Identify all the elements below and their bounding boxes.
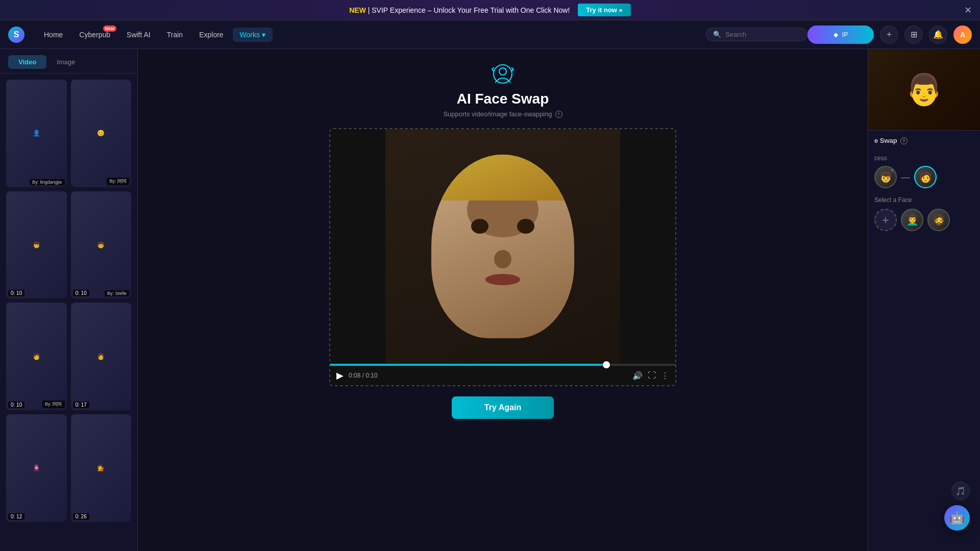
nav-item-swift-ai[interactable]: Swift AI	[119, 28, 158, 42]
logo[interactable]: S	[8, 27, 24, 43]
process-label: cess	[874, 155, 974, 162]
thumbnail-duration: 0: 12	[8, 513, 24, 520]
thumbnail-item[interactable]: 🧒 0: 10 By: Stelle	[71, 191, 132, 299]
nav-item-home[interactable]: Home	[37, 28, 70, 42]
user-avatar-btn[interactable]: A	[953, 26, 972, 44]
volume-btn[interactable]: 🔊	[632, 371, 643, 381]
thumbnail-duration: 0: 10	[73, 290, 89, 296]
video-preview	[330, 129, 675, 364]
tool-subtitle: Supports video/image face-swapping ?	[443, 110, 562, 118]
subtitle-text: Supports video/image face-swapping	[443, 110, 552, 118]
face-swap-icon	[490, 61, 516, 87]
nav-item-explore[interactable]: Explore	[192, 28, 230, 42]
thumbnail-item[interactable]: 💁 0: 26	[71, 414, 132, 522]
tab-video[interactable]: Video	[8, 55, 46, 69]
tool-title: AI Face Swap	[457, 91, 549, 107]
notification-icon-btn[interactable]: 🔔	[929, 26, 947, 44]
fullscreen-btn[interactable]: ⛶	[648, 371, 656, 380]
nav-item-train[interactable]: Train	[160, 28, 190, 42]
thumbnail-img: 🧕	[6, 414, 67, 522]
nav-item-cyberpub[interactable]: Cyberpub New	[72, 28, 117, 42]
panel-info-icon[interactable]: ?	[900, 137, 908, 144]
video-progress-thumb[interactable]	[603, 361, 610, 368]
center-content: AI Face Swap Supports video/image face-s…	[138, 49, 868, 551]
add-icon-btn[interactable]: ＋	[880, 26, 898, 44]
works-label: Works	[240, 31, 260, 39]
thumbnail-img: 👦	[6, 191, 67, 299]
navbar: S Home Cyberpub New Swift AI Train Explo…	[0, 20, 980, 49]
thumbnail-duration: 0: 26	[73, 513, 89, 520]
tab-image[interactable]: Image	[46, 55, 85, 69]
banner-new-tag: NEW	[349, 6, 366, 14]
info-icon[interactable]: ?	[555, 111, 562, 118]
new-badge: New	[103, 26, 117, 32]
ip-icon: ◆	[834, 31, 838, 38]
add-face-btn[interactable]: ＋	[874, 209, 897, 231]
thumbnail-img: 😊	[71, 80, 132, 187]
search-input[interactable]	[725, 31, 797, 38]
extensions-icon-btn[interactable]: ◆ IP	[807, 26, 874, 44]
source-face-chip[interactable]: 👦 ✕	[874, 166, 897, 188]
face-options: ＋ 👨‍🦱 🧔	[874, 209, 974, 231]
video-controls-bar: ▶ 0:08 / 0:10 🔊 ⛶ ⋮	[330, 366, 675, 385]
thumbnail-duration: 0: 17	[73, 402, 89, 408]
panel-header: e Swap ?	[874, 137, 974, 151]
search-bar[interactable]: 🔍	[705, 28, 807, 41]
thumbnail-item[interactable]: 👩 0: 17	[71, 303, 132, 410]
face-option-1[interactable]: 👨‍🦱	[901, 209, 923, 231]
video-progress-fill	[330, 364, 606, 366]
source-faces: 👦 ✕ — 🧑	[874, 166, 974, 188]
thumbnail-item[interactable]: 😊 By: 阿阿	[71, 80, 132, 187]
sidebar: Video Image 👤 By: lingdangjie 😊 By: 阿阿 👦…	[0, 49, 138, 551]
arrow-separator: —	[901, 172, 910, 183]
thumbnail-img: 🧒	[71, 191, 132, 299]
panel-title: e Swap ?	[874, 137, 908, 144]
select-face-label: Select a Face	[874, 196, 974, 204]
grid-icon-btn[interactable]: ⊞	[904, 26, 923, 44]
promotion-banner: NEW | SVIP Experience – Unlock Your Free…	[0, 0, 980, 20]
remove-face-icon[interactable]: ✕	[890, 166, 897, 173]
nav-item-works[interactable]: Works ▾	[233, 28, 273, 42]
thumbnail-author: By: Stelle	[105, 290, 129, 296]
thumbnail-item[interactable]: 👤 By: lingdangjie	[6, 80, 67, 187]
face-option-2[interactable]: 🧔	[927, 209, 950, 231]
source-video-preview: 👨	[868, 49, 980, 131]
try-again-btn[interactable]: Try Again	[452, 396, 554, 419]
play-btn[interactable]: ▶	[336, 370, 344, 381]
thumbnail-author: By: lingdangjie	[30, 179, 65, 185]
main-layout: Video Image 👤 By: lingdangjie 😊 By: 阿阿 👦…	[0, 49, 980, 551]
svg-point-1	[499, 68, 506, 75]
search-icon: 🔍	[713, 31, 721, 38]
banner-try-btn[interactable]: Try it now »	[578, 4, 631, 16]
thumbnail-item[interactable]: 👦 0: 10	[6, 191, 67, 299]
thumbnail-img: 👤	[6, 80, 67, 187]
thumbnail-item[interactable]: 🧑 0: 10 By: 阿阿	[6, 303, 67, 410]
right-panel: 👨 e Swap ? cess 👦 ✕ — 🧑	[868, 49, 980, 551]
nav-items: Home Cyberpub New Swift AI Train Explore…	[37, 28, 699, 42]
audio-icon-btn[interactable]: 🎵	[951, 482, 970, 500]
works-chevron-icon: ▾	[262, 31, 265, 39]
thumbnail-author: By: 阿阿	[107, 178, 129, 185]
target-face-chip[interactable]: 🧑	[914, 166, 937, 188]
video-container: ▶ 0:08 / 0:10 🔊 ⛶ ⋮	[329, 128, 676, 386]
banner-close-btn[interactable]: ✕	[964, 5, 972, 16]
panel-title-text: e Swap	[874, 137, 897, 144]
thumbnail-img: 👩	[71, 303, 132, 410]
tab-bar: Video Image	[0, 49, 137, 73]
video-progress-bar[interactable]	[330, 364, 675, 366]
ai-assistant-btn[interactable]: 🤖	[944, 505, 970, 531]
thumbnail-author: By: 阿阿	[42, 400, 65, 408]
thumbnail-duration: 0: 10	[8, 290, 24, 296]
thumbnail-img: 🧑	[6, 303, 67, 410]
more-options-btn[interactable]: ⋮	[661, 371, 669, 381]
thumbnail-item[interactable]: 🧕 0: 12	[6, 414, 67, 522]
banner-text: NEW | SVIP Experience – Unlock Your Free…	[349, 6, 570, 14]
tool-header: AI Face Swap Supports video/image face-s…	[443, 61, 562, 118]
thumbnail-grid: 👤 By: lingdangjie 😊 By: 阿阿 👦 0: 10 🧒 0: …	[0, 73, 137, 528]
thumbnail-duration: 0: 10	[8, 402, 24, 408]
nav-right: ◆ IP ＋ ⊞ 🔔 A	[807, 26, 972, 44]
svip-label: IP	[842, 31, 848, 38]
thumbnail-img: 💁	[71, 414, 132, 522]
time-display: 0:08 / 0:10	[349, 372, 627, 379]
